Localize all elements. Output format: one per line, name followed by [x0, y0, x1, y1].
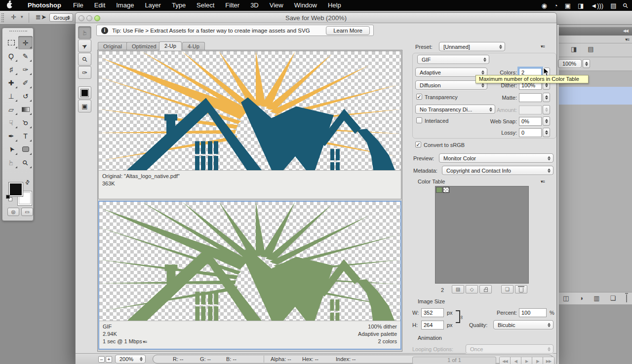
auto-select-icon[interactable]: ≣➤: [36, 13, 46, 21]
hand-tool[interactable]: ☞: [4, 156, 18, 169]
hand-tool[interactable]: ☞: [78, 26, 91, 39]
apple-menu-icon[interactable]: [7, 2, 12, 8]
zoom-window-button[interactable]: [94, 15, 100, 21]
pen-tool[interactable]: ✒: [4, 129, 18, 143]
transparency-checkbox[interactable]: [416, 94, 422, 100]
learn-more-button[interactable]: Learn More: [326, 26, 370, 35]
menu-layer[interactable]: Layer: [139, 1, 166, 9]
opacity-stepper[interactable]: [583, 59, 590, 68]
slice-select-tool[interactable]: ➤: [78, 39, 91, 52]
zoom-tool[interactable]: ⚲: [18, 156, 33, 169]
new-color-button[interactable]: ❏: [501, 285, 514, 293]
panel-menu-icon[interactable]: ▾≡: [625, 37, 629, 42]
percent-field[interactable]: 100: [519, 308, 547, 317]
menu-select[interactable]: Select: [191, 1, 220, 9]
map-transparency-button[interactable]: ▨: [452, 285, 464, 293]
history-brush-tool[interactable]: ↺: [18, 89, 33, 103]
delete-color-button[interactable]: [515, 285, 527, 293]
lossy-field[interactable]: 0: [519, 128, 542, 137]
type-tool[interactable]: T: [18, 129, 33, 143]
eyedropper-tool[interactable]: ✑: [18, 63, 33, 76]
optimize-menu-icon[interactable]: ▾≡: [541, 44, 545, 49]
original-preview-image[interactable]: [99, 51, 401, 170]
menu-view[interactable]: View: [264, 1, 289, 9]
metadata-dropdown[interactable]: Copyright and Contact Info: [442, 166, 553, 175]
auto-select-group-dropdown[interactable]: Group: [49, 13, 73, 22]
zoom-tool[interactable]: ⚲: [78, 53, 91, 66]
rectangular-marquee-tool[interactable]: [4, 36, 18, 49]
spotlight-icon[interactable]: ⚲: [623, 2, 628, 9]
selected-layer-row[interactable]: [559, 87, 632, 105]
dodge-tool[interactable]: ⚲: [18, 116, 33, 129]
tab-2up[interactable]: 2-Up: [159, 41, 182, 50]
menu-help[interactable]: Help: [322, 1, 347, 9]
collapse-panels-icon[interactable]: ◀◀: [623, 29, 628, 33]
menu-filter[interactable]: Filter: [220, 1, 245, 9]
format-dropdown[interactable]: GIF: [417, 55, 489, 64]
zoom-level-dropdown[interactable]: 200%: [115, 355, 146, 364]
menu-type[interactable]: Type: [166, 1, 191, 9]
brush-tool[interactable]: ✐: [18, 76, 33, 89]
quality-dropdown[interactable]: Bicubic: [493, 320, 553, 329]
menu-3d[interactable]: 3D: [245, 1, 264, 9]
matte-stepper[interactable]: [543, 93, 550, 102]
lock-color-button[interactable]: [479, 285, 492, 293]
lossy-stepper[interactable]: [543, 128, 550, 137]
eyedropper-tool[interactable]: ✑: [78, 66, 91, 79]
display-mirroring-icon[interactable]: ▣: [565, 2, 571, 9]
path-selection-tool[interactable]: ➤: [4, 143, 18, 156]
shift-web-palette-button[interactable]: ◇: [466, 285, 478, 293]
preview-dropdown[interactable]: Monitor Color: [439, 153, 553, 163]
adjustment-layer-icon[interactable]: ◑: [579, 294, 583, 302]
interlaced-checkbox[interactable]: [416, 117, 422, 123]
spot-healing-brush-tool[interactable]: ✚: [4, 76, 18, 89]
height-field[interactable]: 264: [421, 321, 444, 329]
previous-frame-button[interactable]: ◀|: [511, 357, 521, 364]
layer-filter-icon[interactable]: ◨: [571, 45, 577, 53]
quick-selection-tool[interactable]: ✎: [18, 49, 33, 63]
optimized-preview-image[interactable]: [99, 202, 400, 321]
layer-mask-icon[interactable]: ◫: [563, 294, 569, 302]
new-layer-icon[interactable]: ❏: [610, 294, 616, 302]
dock-header[interactable]: ◀◀: [559, 27, 632, 36]
displays-icon[interactable]: ▤: [610, 2, 616, 9]
lasso-tool[interactable]: Ǫ: [4, 49, 18, 63]
minimize-button[interactable]: [86, 15, 92, 21]
menu-file[interactable]: File: [68, 1, 89, 9]
web-snap-field[interactable]: 0%: [519, 117, 542, 126]
disk-lock-icon[interactable]: ◨: [578, 2, 584, 9]
web-snap-stepper[interactable]: [543, 116, 550, 126]
preset-dropdown[interactable]: [Unnamed]: [439, 42, 505, 51]
next-frame-button[interactable]: |▶: [532, 357, 543, 364]
close-button[interactable]: [79, 15, 84, 21]
menu-image[interactable]: Image: [111, 1, 139, 9]
menu-window[interactable]: Window: [289, 1, 322, 9]
dialog-titlebar[interactable]: Save for Web (200%): [76, 13, 556, 23]
tools-panel-grip[interactable]: [9, 31, 27, 33]
first-frame-button[interactable]: ◀◀: [500, 357, 511, 364]
move-tool[interactable]: ✛: [18, 36, 33, 49]
layer-kind-icon[interactable]: ▤: [588, 45, 593, 53]
quick-mask-button[interactable]: ◎: [7, 208, 19, 216]
tool-preset-caret-icon[interactable]: ▾: [21, 14, 23, 19]
clone-stamp-tool[interactable]: ⊥: [4, 89, 18, 103]
gradient-tool[interactable]: [18, 103, 33, 116]
eyedropper-color-swatch[interactable]: [78, 86, 91, 99]
matte-field[interactable]: [519, 93, 542, 102]
rounded-rectangle-tool[interactable]: [18, 143, 33, 156]
tab-4up[interactable]: 4-Up: [182, 42, 205, 50]
tab-optimized[interactable]: Optimized: [126, 42, 162, 50]
zoom-out-button[interactable]: –: [98, 356, 105, 363]
foreground-color-swatch[interactable]: [8, 182, 23, 197]
last-frame-button[interactable]: ▶▶: [543, 357, 554, 364]
delete-layer-icon[interactable]: [626, 294, 627, 302]
volume-icon[interactable]: ◄))): [591, 2, 603, 9]
convert-srgb-checkbox[interactable]: [415, 142, 421, 147]
time-machine-icon[interactable]: ◔: [554, 2, 558, 9]
menu-photoshop[interactable]: Photoshop: [21, 1, 68, 9]
opacity-dropdown[interactable]: 100%: [558, 59, 582, 68]
eraser-tool[interactable]: ▱: [4, 103, 18, 116]
creative-cloud-icon[interactable]: ◉: [542, 2, 547, 9]
constrain-link-icon[interactable]: ∞: [459, 316, 465, 319]
color-table-menu-icon[interactable]: ▾≡: [541, 179, 545, 184]
